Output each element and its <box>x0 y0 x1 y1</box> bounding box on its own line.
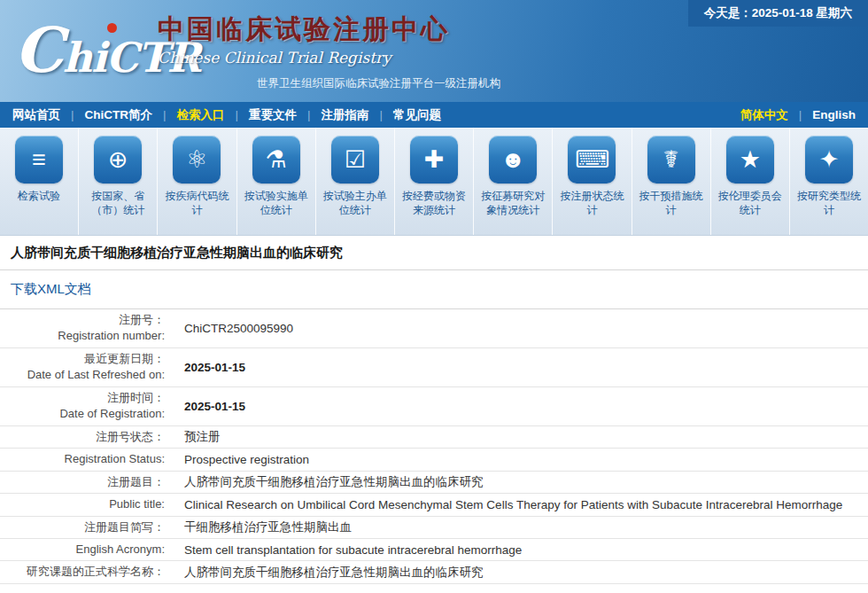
field-value: 预注册 <box>174 425 868 448</box>
nav-separator: | <box>163 108 167 121</box>
stat-item-label: 按试验主办单位统计 <box>321 189 390 217</box>
acronym-cn-row: 注册题目简写： 干细胞移植治疗亚急性期脑出血 <box>0 516 868 538</box>
main-content: 人脐带间充质干细胞移植治疗亚急性期脑出血的临床研究 下载XML文档 注册号： R… <box>0 236 868 584</box>
flask-icon: ⚗ <box>266 146 287 173</box>
site-subtitle: 世界卫生组织国际临床试验注册平台一级注册机构 <box>257 76 500 91</box>
star-icon: ★ <box>740 146 761 173</box>
field-value: 人脐带间充质干细胞移植治疗亚急性期脑出血的临床研究 <box>174 471 868 493</box>
registration-status-en-row: Registration Status: Prospective registr… <box>0 449 868 471</box>
registration-number-row: 注册号： Registration number: ChiCTR25000959… <box>0 309 868 347</box>
stat-item-label: 按试验实施单位统计 <box>242 189 311 217</box>
nav-separator: | <box>71 108 74 121</box>
nav-separator: | <box>307 108 311 121</box>
field-label: 最近更新日期： Date of Last Refreshed on: <box>0 347 174 386</box>
nav-separator: | <box>380 108 384 121</box>
field-value: Prospective registration <box>174 449 868 471</box>
nav-lang-chinese[interactable]: 简体中文 <box>740 107 788 123</box>
download-xml-row: 下载XML文档 <box>0 270 868 309</box>
registration-detail-table: 注册号： Registration number: ChiCTR25000959… <box>0 309 868 584</box>
stat-item-by-disease-code[interactable]: ⚛ 按疾病代码统计 <box>158 128 236 235</box>
nav-left: 网站首页 | ChiCTR简介 | 检索入口 | 重要文件 | 注册指南 | 常… <box>12 107 441 123</box>
globe-icon: ⊕ <box>108 146 128 173</box>
stat-item-by-implementing-unit[interactable]: ⚗ 按试验实施单位统计 <box>237 128 316 235</box>
field-label: 研究课题的正式科学名称： <box>0 561 174 583</box>
download-xml-link[interactable]: 下载XML文档 <box>11 281 91 296</box>
doctor-icon: ☤ <box>663 146 679 173</box>
nav-right: 简体中文 | English <box>740 107 856 123</box>
nav-guide[interactable]: 注册指南 <box>322 107 369 123</box>
registration-date-row: 注册时间： Date of Registration: 2025-01-15 <box>0 386 868 425</box>
field-label: 注册号状态： <box>0 425 174 448</box>
field-label: Public title: <box>0 494 174 516</box>
field-value: 干细胞移植治疗亚急性期脑出血 <box>174 516 868 538</box>
stat-item-label: 检索试验 <box>4 189 74 203</box>
last-refreshed-row: 最近更新日期： Date of Last Refreshed on: 2025-… <box>0 347 868 386</box>
stat-item-by-funding-source[interactable]: ✚ 按经费或物资来源统计 <box>395 128 474 235</box>
field-label: 注册号： Registration number: <box>0 309 174 347</box>
site-header: ChiCTR 中国临床试验注册中心 Chinese Clinical Trial… <box>0 0 868 102</box>
scientific-title-row: 研究课题的正式科学名称： 人脐带间充质干细胞移植治疗亚急性期脑出血的临床研究 <box>0 561 868 583</box>
stat-item-by-registration-status[interactable]: ⌨ 按注册状态统计 <box>553 128 632 235</box>
stat-item-label: 按国家、省（市）统计 <box>83 189 152 217</box>
site-title-en: Chinese Clinical Trial Registry <box>158 49 500 66</box>
nav-search-entry[interactable]: 检索入口 <box>177 107 225 123</box>
main-nav: 网站首页 | ChiCTR简介 | 检索入口 | 重要文件 | 注册指南 | 常… <box>0 102 868 128</box>
stat-item-label: 按征募研究对象情况统计 <box>478 189 547 217</box>
stat-item-label: 按经费或物资来源统计 <box>399 189 469 217</box>
field-value: Clinical Research on Umbilical Cord Mese… <box>174 494 868 516</box>
study-title-row: 人脐带间充质干细胞移植治疗亚急性期脑出血的临床研究 <box>0 236 868 270</box>
date-bar: 今天是：2025-01-18 星期六 <box>688 0 868 27</box>
field-label: 注册时间： Date of Registration: <box>0 386 174 425</box>
site-title-cn: 中国临床试验注册中心 <box>158 12 500 48</box>
field-value: 2025-01-15 <box>174 386 868 425</box>
field-label: English Acronym: <box>0 538 174 560</box>
acronym-en-row: English Acronym: Stem cell transplantati… <box>0 538 868 560</box>
list-icon: ≡ <box>32 146 46 173</box>
medical-kit-icon: ✚ <box>424 146 445 173</box>
field-value: Stem cell transplantation for subacute i… <box>174 538 868 560</box>
stat-item-label: 按研究类型统计 <box>794 189 864 217</box>
field-label: 注册题目简写： <box>0 516 174 538</box>
clipboard-icon: ☑ <box>345 146 366 173</box>
stat-item-by-ethics-committee[interactable]: ★ 按伦理委员会统计 <box>711 128 790 235</box>
public-title-en-row: Public title: Clinical Research on Umbil… <box>0 494 868 516</box>
stats-icon-bar: ≡ 检索试验 ⊕ 按国家、省（市）统计 ⚛ 按疾病代码统计 ⚗ 按试验实施单位统… <box>0 128 868 236</box>
keyboard-icon: ⌨ <box>575 146 609 173</box>
stat-item-by-sponsor-unit[interactable]: ☑ 按试验主办单位统计 <box>316 128 395 235</box>
dna-icon: ⚛ <box>186 146 207 173</box>
field-label: 注册题目： <box>0 471 174 493</box>
public-title-cn-row: 注册题目： 人脐带间充质干细胞移植治疗亚急性期脑出血的临床研究 <box>0 471 868 493</box>
stat-item-by-recruitment[interactable]: ☻☻ 按征募研究对象情况统计 <box>474 128 553 235</box>
nav-separator: | <box>236 108 239 121</box>
stat-item-by-study-type[interactable]: ✦ 按研究类型统计 <box>790 128 868 235</box>
people-icon: ☻☻ <box>500 146 525 183</box>
field-value: ChiCTR2500095990 <box>174 309 868 347</box>
stat-item-search-trials[interactable]: ≡ 检索试验 <box>0 128 79 235</box>
nav-documents[interactable]: 重要文件 <box>249 107 297 123</box>
stat-item-label: 按疾病代码统计 <box>162 189 231 217</box>
registration-status-cn-row: 注册号状态： 预注册 <box>0 425 868 448</box>
nav-about[interactable]: ChiCTR简介 <box>85 107 153 123</box>
page: ChiCTR 中国临床试验注册中心 Chinese Clinical Trial… <box>0 0 868 584</box>
site-title-block: 中国临床试验注册中心 Chinese Clinical Trial Regist… <box>158 12 500 91</box>
stat-item-label: 按干预措施统计 <box>637 189 706 217</box>
field-value: 人脐带间充质干细胞移植治疗亚急性期脑出血的临床研究 <box>174 561 868 583</box>
nav-separator: | <box>799 108 802 121</box>
stat-item-label: 按伦理委员会统计 <box>716 189 785 217</box>
stat-item-by-region[interactable]: ⊕ 按国家、省（市）统计 <box>79 128 158 235</box>
stat-item-by-intervention[interactable]: ☤ 按干预措施统计 <box>632 128 711 235</box>
nav-home[interactable]: 网站首页 <box>12 107 60 123</box>
sparkles-icon: ✦ <box>819 146 840 173</box>
nav-faq[interactable]: 常见问题 <box>393 107 441 123</box>
nav-lang-english[interactable]: English <box>812 108 856 121</box>
logo-accent-dot <box>107 23 117 33</box>
study-title: 人脐带间充质干细胞移植治疗亚急性期脑出血的临床研究 <box>11 245 857 261</box>
field-value: 2025-01-15 <box>174 347 868 386</box>
stat-item-label: 按注册状态统计 <box>557 189 626 217</box>
field-label: Registration Status: <box>0 449 174 471</box>
